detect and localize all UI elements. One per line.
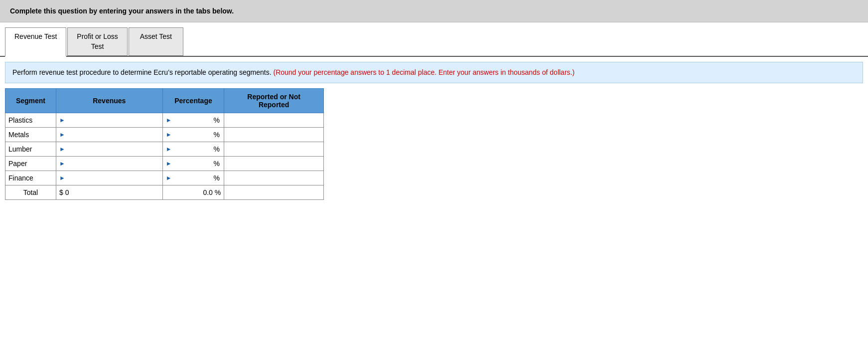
total-label: Total — [5, 185, 56, 200]
table-row: Plastics ► ► % — [5, 113, 324, 128]
tab-revenue[interactable]: Revenue Test — [5, 27, 66, 57]
pct-sign-finance: % — [214, 174, 220, 182]
total-reported-cell — [224, 185, 324, 200]
reported-lumber-cell — [224, 142, 324, 157]
reported-finance-input[interactable] — [227, 173, 320, 183]
col-header-revenues: Revenues — [56, 89, 162, 113]
revenues-finance-input[interactable] — [66, 173, 159, 183]
pct-sign-total: % — [215, 188, 221, 196]
col-header-segment: Segment — [5, 89, 56, 113]
arrow-icon-plastics-rev: ► — [59, 117, 65, 124]
total-row: Total $ 0 0.0 % — [5, 185, 324, 200]
percentage-plastics-cell: ► % — [162, 113, 224, 128]
total-reported-input[interactable] — [227, 187, 320, 197]
revenues-plastics-input[interactable] — [66, 115, 159, 125]
revenues-paper-input[interactable] — [66, 159, 159, 169]
tab-profit-label: Profit or LossTest — [77, 32, 118, 50]
arrow-icon-lumber-rev: ► — [59, 146, 65, 153]
arrow-icon-paper-pct: ► — [166, 160, 172, 167]
revenues-metals-cell: ► — [56, 128, 162, 142]
reported-metals-input[interactable] — [227, 130, 320, 140]
arrow-icon-plastics-pct: ► — [166, 117, 172, 124]
percentage-metals-input[interactable] — [173, 130, 213, 140]
total-revenues-value: 0 — [65, 188, 72, 196]
reported-paper-cell — [224, 157, 324, 171]
segment-paper: Paper — [5, 157, 56, 171]
table-row: Lumber ► ► % — [5, 142, 324, 157]
percentage-paper-cell: ► % — [162, 157, 224, 171]
segment-metals: Metals — [5, 128, 56, 142]
reported-metals-cell — [224, 128, 324, 142]
col-header-percentage: Percentage — [162, 89, 224, 113]
arrow-icon-metals-pct: ► — [166, 131, 172, 138]
reported-lumber-input[interactable] — [227, 144, 320, 154]
revenues-metals-input[interactable] — [66, 130, 159, 140]
tab-revenue-label: Revenue Test — [14, 32, 57, 40]
percentage-finance-cell: ► % — [162, 171, 224, 185]
dollar-sign: $ — [59, 188, 63, 196]
top-banner: Complete this question by entering your … — [0, 0, 868, 22]
pct-sign-metals: % — [214, 131, 220, 139]
table-wrapper: Segment Revenues Percentage Reported or … — [5, 88, 863, 200]
segment-finance: Finance — [5, 171, 56, 185]
percentage-plastics-input[interactable] — [173, 115, 213, 125]
arrow-icon-finance-rev: ► — [59, 175, 65, 181]
percentage-finance-input[interactable] — [173, 173, 213, 183]
segment-plastics: Plastics — [5, 113, 56, 128]
arrow-icon-metals-rev: ► — [59, 131, 65, 138]
info-text-plain: Perform revenue test procedure to determ… — [12, 68, 272, 76]
segment-lumber: Lumber — [5, 142, 56, 157]
revenues-finance-cell: ► — [56, 171, 162, 185]
tab-asset[interactable]: Asset Test — [129, 27, 183, 56]
table-row: Paper ► ► % — [5, 157, 324, 171]
reported-plastics-input[interactable] — [227, 115, 320, 125]
percentage-lumber-cell: ► % — [162, 142, 224, 157]
table-row: Finance ► ► % — [5, 171, 324, 185]
reported-paper-input[interactable] — [227, 159, 320, 169]
reported-plastics-cell — [224, 113, 324, 128]
percentage-metals-cell: ► % — [162, 128, 224, 142]
arrow-icon-paper-rev: ► — [59, 160, 65, 167]
reported-finance-cell — [224, 171, 324, 185]
arrow-icon-lumber-pct: ► — [166, 146, 172, 153]
col-header-reported: Reported or NotReported — [224, 89, 324, 113]
revenues-paper-cell: ► — [56, 157, 162, 171]
revenues-lumber-input[interactable] — [66, 144, 159, 154]
pct-sign-paper: % — [214, 160, 220, 168]
total-percentage-cell: 0.0 % — [162, 185, 224, 200]
revenues-plastics-cell: ► — [56, 113, 162, 128]
revenues-lumber-cell: ► — [56, 142, 162, 157]
total-revenues-cell: $ 0 — [56, 185, 162, 200]
pct-sign-plastics: % — [214, 116, 220, 124]
banner-text: Complete this question by entering your … — [10, 7, 234, 15]
percentage-lumber-input[interactable] — [173, 144, 213, 154]
table-row: Metals ► ► % — [5, 128, 324, 142]
arrow-icon-finance-pct: ► — [166, 175, 172, 181]
tab-asset-label: Asset Test — [140, 32, 172, 40]
info-text-red: (Round your percentage answers to 1 deci… — [273, 68, 575, 76]
tab-profit[interactable]: Profit or LossTest — [67, 27, 127, 56]
percentage-paper-input[interactable] — [173, 159, 213, 169]
tabs-container: Revenue Test Profit or LossTest Asset Te… — [0, 22, 868, 57]
info-box: Perform revenue test procedure to determ… — [5, 62, 863, 83]
pct-sign-lumber: % — [214, 145, 220, 153]
total-pct-value: 0.0 — [173, 188, 213, 196]
data-table: Segment Revenues Percentage Reported or … — [5, 88, 324, 200]
